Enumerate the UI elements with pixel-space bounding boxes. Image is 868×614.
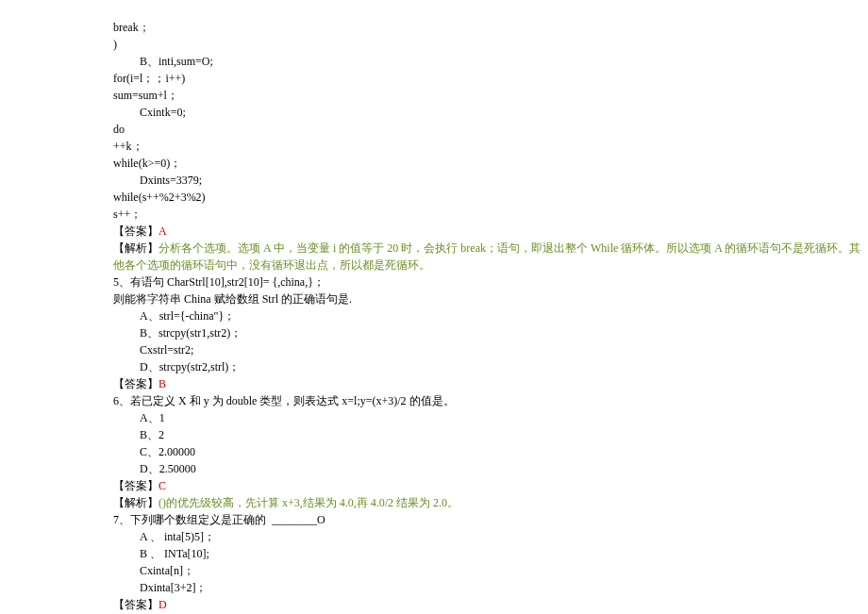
code-line: sum=sum+l； — [113, 87, 868, 104]
code-line: ++k； — [113, 138, 868, 155]
q7-option-d: Dxinta[3+2]； — [113, 579, 868, 596]
option-b: B、inti,sum=O; — [113, 53, 868, 70]
answer-label: 【答案】 — [113, 377, 159, 390]
answer-1: 【答案】A — [113, 223, 868, 240]
question-5-sub: 则能将字符串 China 赋给数组 Strl 的正确语句是. — [113, 290, 868, 307]
q5-option-a: A、strl={-china"}； — [113, 307, 868, 324]
q6-option-d: D、2.50000 — [113, 460, 868, 477]
q5-option-b: B、strcpy(str1,str2)； — [113, 324, 868, 341]
analysis-label: 【解析】 — [113, 496, 159, 509]
answer-label: 【答案】 — [113, 224, 159, 238]
analysis-1: 【解析】分析各个选项。选项 A 中，当变量 i 的值等于 20 时，会执行 br… — [113, 240, 868, 274]
answer-label: 【答案】 — [113, 598, 159, 611]
code-line: break； — [113, 19, 868, 36]
answer-2: 【答案】B — [113, 375, 868, 392]
question-7: 7、下列哪个数组定义是正确的 ________O — [113, 511, 868, 528]
answer-label: 【答案】 — [113, 479, 159, 492]
answer-3: 【答案】C — [113, 477, 868, 494]
answer-value: A — [159, 224, 167, 238]
q7-option-a: A 、 inta[5)5]； — [113, 528, 868, 545]
question-5: 5、有语句 CharStrl[10],str2[10]= {,china,}； — [113, 274, 868, 290]
q7-option-b: B 、 INTa[10]; — [113, 545, 868, 562]
code-line: s++； — [113, 206, 868, 223]
analysis-text: ()的优先级较高，先计算 x+3,结果为 4.0,再 4.0/2 结果为 2.0… — [159, 496, 459, 509]
q6-option-c: C、2.00000 — [113, 443, 868, 460]
answer-4: 【答案】D — [113, 596, 868, 613]
q6-option-a: A、1 — [113, 409, 868, 426]
q5-option-d: D、strcpy(str2,strl)； — [113, 358, 868, 375]
code-line: do — [113, 121, 868, 138]
analysis-text: 分析各个选项。选项 A 中，当变量 i 的值等于 20 时，会执行 break；… — [113, 241, 860, 272]
q7-option-c: Cxinta[n]； — [113, 562, 868, 579]
code-line: for(i=l；；i++) — [113, 70, 868, 87]
analysis-3: 【解析】()的优先级较高，先计算 x+3,结果为 4.0,再 4.0/2 结果为… — [113, 494, 868, 511]
answer-value: B — [159, 377, 166, 390]
analysis-label: 【解析】 — [113, 241, 159, 255]
option-c: Cxintk=0; — [113, 104, 868, 121]
answer-value: D — [159, 598, 167, 611]
option-d: Dxints=3379; — [113, 172, 868, 189]
code-line: ) — [113, 36, 868, 53]
q6-option-b: B、2 — [113, 426, 868, 443]
answer-value: C — [159, 479, 166, 492]
question-6: 6、若已定义 X 和 y 为 double 类型，则表达式 x=l;y=(x+3… — [113, 392, 868, 409]
code-line: while(s++%2+3%2) — [113, 189, 868, 206]
q5-option-c: Cxstrl=str2; — [113, 341, 868, 358]
code-line: while(k>=0)； — [113, 155, 868, 172]
